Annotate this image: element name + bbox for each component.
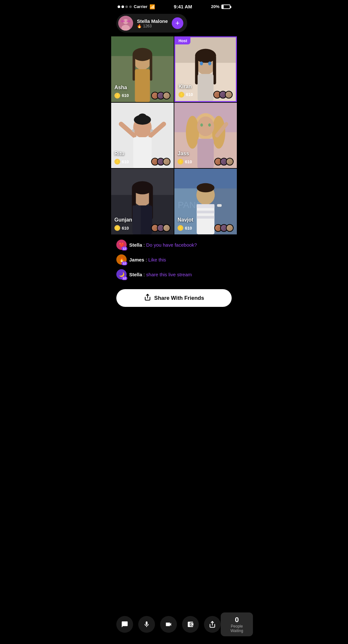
coin-icon-ritu: ⭐ bbox=[114, 159, 120, 165]
fire-icon: 🔥 bbox=[137, 24, 142, 28]
cell-bottom-kiran: ⭐ 610 bbox=[179, 91, 233, 99]
svg-point-18 bbox=[200, 62, 203, 65]
svg-rect-55 bbox=[197, 204, 215, 208]
chat-message-0: ❤️ 12 Stella : Do you have facebook? bbox=[116, 240, 232, 250]
svg-point-33 bbox=[186, 116, 199, 148]
score-kiran: 610 bbox=[186, 92, 193, 97]
coin-icon-gunjan: ⭐ bbox=[114, 225, 120, 231]
cell-name-kiran: Kiran bbox=[179, 84, 192, 90]
chat-level-0: 12 bbox=[121, 247, 127, 251]
video-grid: Asha ⭐ 610 bbox=[111, 36, 237, 234]
score-jass: 610 bbox=[185, 159, 192, 164]
mini-avatar-g3 bbox=[163, 224, 170, 232]
cell-bottom-jass: ⭐ 610 bbox=[178, 158, 234, 166]
cell-name-gunjan: Gunjan bbox=[114, 217, 132, 223]
mini-avatar-3 bbox=[163, 92, 170, 99]
chat-badge-1: 🔥 12 bbox=[116, 254, 127, 265]
battery-percent: 20% bbox=[211, 4, 219, 9]
user-name: Stella Malone bbox=[137, 18, 168, 24]
svg-rect-10 bbox=[150, 54, 152, 80]
avatar-stack-navjot bbox=[214, 224, 234, 232]
wifi-icon: 📶 bbox=[150, 4, 155, 9]
chat-area: ❤️ 12 Stella : Do you have facebook? 🔥 1… bbox=[111, 234, 237, 288]
status-right: 20% bbox=[211, 4, 230, 9]
cell-bottom-asha: ⭐ 610 bbox=[114, 92, 170, 99]
cell-bottom-navjot: ⭐ 610 bbox=[178, 224, 234, 232]
coin-score-kiran: ⭐ 610 bbox=[179, 92, 193, 98]
cell-name-jass: Jass bbox=[178, 151, 189, 156]
svg-rect-59 bbox=[217, 204, 222, 207]
video-cell-gunjan[interactable]: Gunjan ⭐ 610 bbox=[111, 169, 174, 234]
svg-point-35 bbox=[197, 116, 214, 136]
signal-dots bbox=[118, 5, 132, 8]
video-cell-navjot[interactable]: PANCA Navjot ⭐ 610 bbox=[174, 169, 237, 234]
avatar-stack-gunjan bbox=[151, 224, 170, 232]
user-card: Stella Malone 🔥 1263 + bbox=[116, 14, 187, 33]
svg-point-19 bbox=[208, 62, 211, 65]
coin-score-jass: ⭐ 610 bbox=[178, 159, 192, 165]
chat-message-1: 🔥 12 James : Like this bbox=[116, 254, 232, 265]
avatar bbox=[118, 16, 133, 31]
cell-name-navjot: Navjot bbox=[178, 217, 193, 223]
cell-bottom-ritu: ⭐ 610 bbox=[114, 158, 170, 166]
avatar-stack-kiran bbox=[213, 91, 233, 99]
user-info: Stella Malone 🔥 1263 bbox=[137, 18, 168, 28]
share-with-friends-button[interactable]: Share With Friends bbox=[116, 289, 232, 307]
svg-point-24 bbox=[138, 113, 147, 121]
mini-avatar-n3 bbox=[226, 224, 234, 232]
mini-avatar-k3 bbox=[225, 91, 233, 99]
score-asha: 610 bbox=[122, 93, 129, 98]
svg-rect-3 bbox=[121, 20, 125, 22]
coin-score-asha: ⭐ 610 bbox=[114, 93, 129, 99]
score-navjot: 610 bbox=[185, 226, 192, 231]
chat-text-1: James : Like this bbox=[129, 257, 166, 262]
share-icon bbox=[144, 294, 151, 302]
svg-point-37 bbox=[208, 123, 211, 127]
signal-dot-1 bbox=[118, 5, 120, 8]
avatar-stack-ritu bbox=[151, 158, 170, 166]
carrier-label: Carrier bbox=[134, 4, 148, 9]
cell-name-ritu: Ritu bbox=[114, 151, 124, 156]
coin-icon-navjot: ⭐ bbox=[178, 225, 183, 231]
score-gunjan: 610 bbox=[122, 226, 129, 231]
status-left: Carrier 📶 bbox=[118, 4, 155, 9]
avatar-stack-jass bbox=[214, 158, 234, 166]
share-section: Share With Friends bbox=[111, 288, 237, 312]
coin-score-ritu: ⭐ 610 bbox=[114, 159, 129, 165]
coin-score-gunjan: ⭐ 610 bbox=[114, 225, 129, 231]
score-value: 1263 bbox=[143, 24, 152, 28]
chat-badge-0: ❤️ 12 bbox=[116, 240, 127, 250]
cell-bottom-gunjan: ⭐ 610 bbox=[114, 224, 170, 232]
video-cell-asha[interactable]: Asha ⭐ 610 bbox=[111, 36, 174, 102]
user-score: 🔥 1263 bbox=[137, 24, 168, 28]
signal-dot-4 bbox=[129, 5, 132, 8]
signal-dot-3 bbox=[125, 5, 128, 8]
share-btn-label: Share With Friends bbox=[154, 295, 204, 301]
video-cell-jass[interactable]: Jass ⭐ 610 bbox=[174, 103, 237, 168]
coin-icon-kiran: ⭐ bbox=[179, 92, 184, 98]
chat-text-0: Stella : Do you have facebook? bbox=[129, 242, 197, 248]
svg-rect-9 bbox=[132, 54, 135, 80]
cell-name-asha: Asha bbox=[114, 85, 127, 90]
svg-rect-4 bbox=[127, 20, 130, 22]
score-ritu: 610 bbox=[122, 159, 129, 164]
chat-message-2: 🌙 12 Stella : share this live stream bbox=[116, 269, 232, 279]
add-button[interactable]: + bbox=[172, 17, 183, 29]
svg-point-8 bbox=[132, 48, 152, 61]
coin-icon-asha: ⭐ bbox=[114, 93, 120, 99]
svg-rect-56 bbox=[197, 211, 215, 213]
battery-icon bbox=[221, 5, 230, 9]
chat-level-2: 12 bbox=[121, 276, 127, 280]
host-badge: Host bbox=[175, 37, 190, 44]
mini-avatar-j3 bbox=[226, 158, 234, 166]
chat-text-2: Stella : share this live stream bbox=[129, 272, 192, 277]
status-bar: Carrier 📶 9:41 AM 20% bbox=[111, 0, 237, 11]
coin-icon-jass: ⭐ bbox=[178, 159, 183, 165]
svg-rect-57 bbox=[197, 216, 215, 219]
video-cell-kiran[interactable]: Host Kiran ⭐ 610 bbox=[174, 36, 237, 102]
coin-score-navjot: ⭐ 610 bbox=[178, 225, 192, 231]
svg-point-28 bbox=[132, 129, 134, 132]
avatar-stack-asha bbox=[151, 92, 170, 99]
video-cell-ritu[interactable]: Ritu ⭐ 610 bbox=[111, 103, 174, 168]
mini-avatar-r3 bbox=[163, 158, 170, 166]
